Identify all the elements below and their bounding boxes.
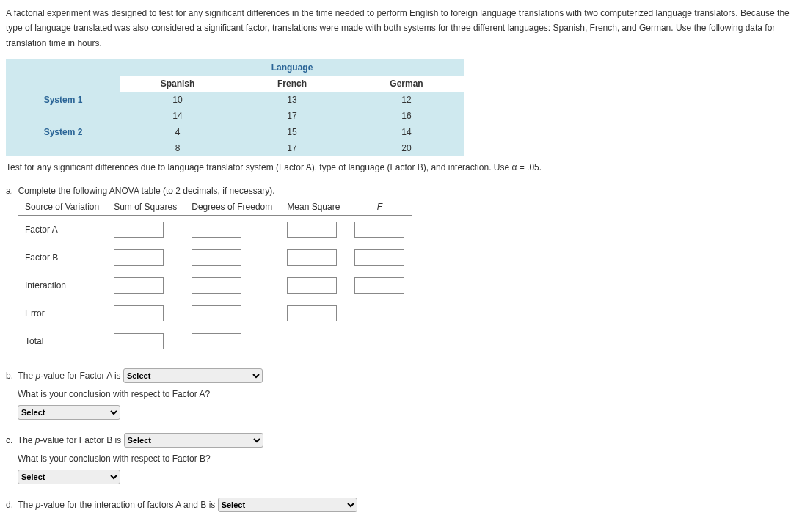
part-c-p: p xyxy=(35,435,40,445)
input-total-ss[interactable] xyxy=(114,333,164,349)
table-empty-cell xyxy=(120,59,235,76)
data-cell: 4 xyxy=(120,124,235,140)
col-header-german: German xyxy=(349,76,464,92)
input-factor-b-ms[interactable] xyxy=(287,249,337,266)
part-a-prompt: Complete the following ANOVA table (to 2… xyxy=(18,186,275,196)
anova-table: Source of Variation Sum of Squares Degre… xyxy=(18,199,412,355)
data-cell: 15 xyxy=(235,124,349,140)
anova-header-source: Source of Variation xyxy=(18,199,106,216)
select-conclusion-factor-b[interactable]: Select xyxy=(18,470,120,484)
data-cell: 16 xyxy=(349,108,464,124)
input-factor-b-ss[interactable] xyxy=(114,249,164,266)
part-c-text-pre: The xyxy=(18,435,35,445)
table-superheader: Language xyxy=(235,59,349,76)
select-pvalue-factor-b[interactable]: Select xyxy=(124,433,263,448)
table-empty-cell xyxy=(349,59,464,76)
anova-row-factor-b: Factor B xyxy=(18,244,106,272)
part-d-text-mid: -value for the interaction of factors A … xyxy=(40,500,215,510)
input-interaction-f[interactable] xyxy=(354,277,404,294)
input-error-ss[interactable] xyxy=(114,305,164,321)
input-interaction-ms[interactable] xyxy=(287,277,337,294)
anova-row-factor-a: Factor A xyxy=(18,216,106,244)
row-label-blank xyxy=(6,108,120,124)
col-header-french: French xyxy=(235,76,349,92)
input-error-df[interactable] xyxy=(192,305,241,321)
data-cell: 14 xyxy=(120,108,235,124)
input-interaction-df[interactable] xyxy=(192,277,241,294)
table-empty-cell xyxy=(6,76,120,92)
input-interaction-ss[interactable] xyxy=(114,277,164,294)
data-cell: 10 xyxy=(120,92,235,108)
input-factor-b-df[interactable] xyxy=(192,249,241,266)
part-b-question: What is your conclusion with respect to … xyxy=(18,389,796,399)
anova-header-f: F xyxy=(347,199,412,216)
input-total-df[interactable] xyxy=(192,333,241,349)
anova-header-ms: Mean Square xyxy=(280,199,347,216)
part-b-text-pre: The xyxy=(18,371,35,381)
test-instruction: Test for any significant differences due… xyxy=(6,162,796,172)
select-pvalue-factor-a[interactable]: Select xyxy=(123,368,263,383)
row-label-system1: System 1 xyxy=(6,92,120,108)
select-conclusion-factor-a[interactable]: Select xyxy=(18,405,120,420)
part-c-text-mid: -value for Factor B is xyxy=(40,435,122,445)
select-pvalue-interaction[interactable]: Select xyxy=(218,498,357,512)
data-table: Language Spanish French German System 1 … xyxy=(6,59,464,156)
data-cell: 12 xyxy=(349,92,464,108)
input-factor-a-ss[interactable] xyxy=(114,222,164,238)
input-factor-a-f[interactable] xyxy=(354,222,404,238)
data-cell: 14 xyxy=(349,124,464,140)
input-error-ms[interactable] xyxy=(287,305,337,321)
anova-row-error: Error xyxy=(18,299,106,327)
data-cell: 17 xyxy=(235,140,349,156)
data-cell: 20 xyxy=(349,140,464,156)
data-cell: 8 xyxy=(120,140,235,156)
table-empty-cell xyxy=(6,59,120,76)
anova-row-interaction: Interaction xyxy=(18,272,106,299)
anova-header-ss: Sum of Squares xyxy=(106,199,184,216)
anova-header-df: Degrees of Freedom xyxy=(184,199,280,216)
part-d-text-pre: The xyxy=(18,500,35,510)
row-label-blank xyxy=(6,140,120,156)
col-header-spanish: Spanish xyxy=(120,76,235,92)
part-b-text-mid: -value for Factor A is xyxy=(40,371,120,381)
row-label-system2: System 2 xyxy=(6,124,120,140)
problem-intro: A factorial experiment was designed to t… xyxy=(6,6,796,51)
part-c-question: What is your conclusion with respect to … xyxy=(18,453,796,464)
input-factor-b-f[interactable] xyxy=(354,249,404,266)
data-cell: 13 xyxy=(235,92,349,108)
input-factor-a-df[interactable] xyxy=(192,222,241,238)
data-cell: 17 xyxy=(235,108,349,124)
input-factor-a-ms[interactable] xyxy=(287,222,337,238)
anova-row-total: Total xyxy=(18,327,106,355)
